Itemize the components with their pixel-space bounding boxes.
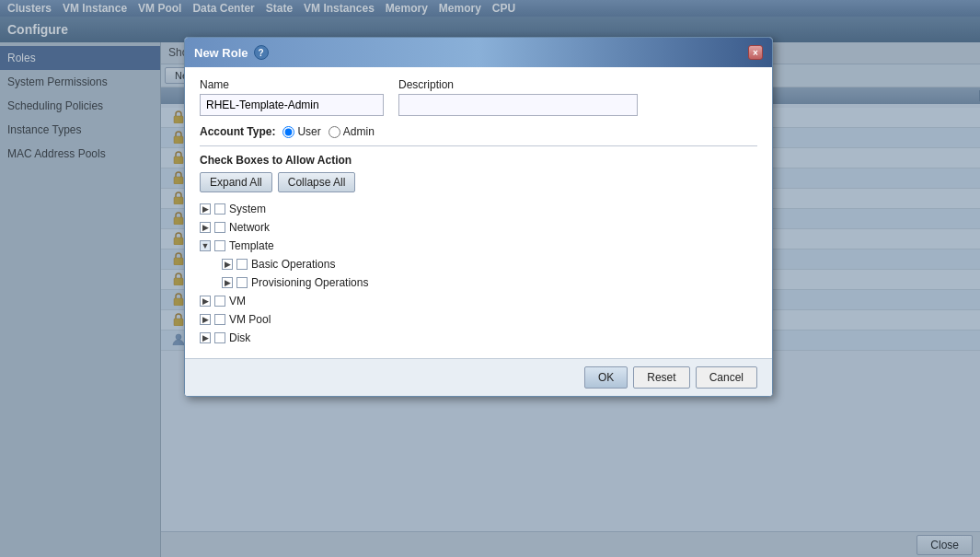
new-role-dialog: New Role ? × Name Description Account Ty… (184, 37, 773, 397)
basic-ops-label: Basic Operations (251, 258, 335, 271)
cancel-button[interactable]: Cancel (696, 366, 757, 389)
tree-container[interactable]: ▶ System ▶ Network ▼ Template (200, 200, 757, 347)
basic-ops-checkbox[interactable] (236, 259, 248, 270)
description-input[interactable] (398, 94, 638, 116)
disk-toggle[interactable]: ▶ (200, 332, 211, 343)
network-checkbox[interactable] (214, 222, 225, 233)
dialog-title-text: New Role (194, 46, 248, 60)
dialog-close-button[interactable]: × (748, 45, 763, 60)
reset-button[interactable]: Reset (633, 366, 689, 389)
help-icon[interactable]: ? (254, 45, 269, 60)
template-label: Template (229, 239, 274, 252)
tree-item-template[interactable]: ▼ Template (200, 237, 757, 255)
tree-item-vm[interactable]: ▶ VM (200, 292, 757, 310)
system-toggle[interactable]: ▶ (200, 203, 211, 215)
tree-item-network[interactable]: ▶ Network (200, 218, 757, 237)
network-label: Network (229, 221, 270, 234)
tree-item-system[interactable]: ▶ System (200, 200, 757, 218)
form-group-name: Name (200, 78, 384, 116)
action-buttons: Expand All Collapse All (200, 172, 757, 192)
account-type-label: Account Type: (200, 125, 275, 138)
tree-item-provisioning-operations[interactable]: ▶ Provisioning Operations (200, 273, 757, 292)
account-user-label: User (297, 125, 320, 138)
account-admin-radio[interactable]: Admin (329, 125, 375, 138)
expand-all-button[interactable]: Expand All (200, 172, 272, 192)
disk-checkbox[interactable] (214, 332, 225, 343)
tree-item-vm-pool[interactable]: ▶ VM Pool (200, 310, 757, 329)
description-label: Description (398, 78, 638, 91)
form-name-desc-row: Name Description (200, 78, 757, 116)
template-toggle[interactable]: ▼ (200, 240, 211, 251)
system-checkbox[interactable] (214, 203, 225, 215)
ok-button[interactable]: OK (584, 366, 628, 389)
account-type-row: Account Type: User Admin (200, 125, 757, 138)
dialog-body: Name Description Account Type: User Admi… (185, 67, 772, 358)
vm-pool-toggle[interactable]: ▶ (200, 314, 211, 325)
tree-item-basic-operations[interactable]: ▶ Basic Operations (200, 255, 757, 273)
vm-toggle[interactable]: ▶ (200, 296, 211, 307)
form-group-description: Description (398, 78, 638, 116)
tree-item-disk[interactable]: ▶ Disk (200, 329, 757, 347)
main-window: Clusters VM Instance VM Pool Data Center… (0, 0, 980, 557)
prov-ops-label: Provisioning Operations (251, 276, 368, 289)
account-admin-label: Admin (343, 125, 375, 138)
prov-ops-checkbox[interactable] (236, 277, 248, 288)
name-input[interactable] (200, 94, 384, 116)
network-toggle[interactable]: ▶ (200, 222, 211, 233)
vm-label: VM (229, 295, 246, 308)
account-user-input[interactable] (282, 126, 294, 138)
separator (200, 145, 757, 146)
basic-ops-toggle[interactable]: ▶ (222, 259, 233, 270)
collapse-all-button[interactable]: Collapse All (278, 172, 356, 192)
dialog-titlebar: New Role ? × (185, 38, 772, 67)
vm-pool-label: VM Pool (229, 313, 271, 326)
system-label: System (229, 203, 266, 215)
name-label: Name (200, 78, 384, 91)
checkbox-section-label: Check Boxes to Allow Action (200, 154, 757, 167)
template-checkbox[interactable] (214, 240, 225, 251)
vm-checkbox[interactable] (214, 296, 225, 307)
account-user-radio[interactable]: User (282, 125, 320, 138)
prov-ops-toggle[interactable]: ▶ (222, 277, 233, 288)
dialog-footer: OK Reset Cancel (185, 358, 772, 396)
account-admin-input[interactable] (329, 126, 340, 138)
disk-label: Disk (229, 331, 250, 344)
vm-pool-checkbox[interactable] (214, 314, 225, 325)
dialog-title: New Role ? (194, 45, 269, 60)
